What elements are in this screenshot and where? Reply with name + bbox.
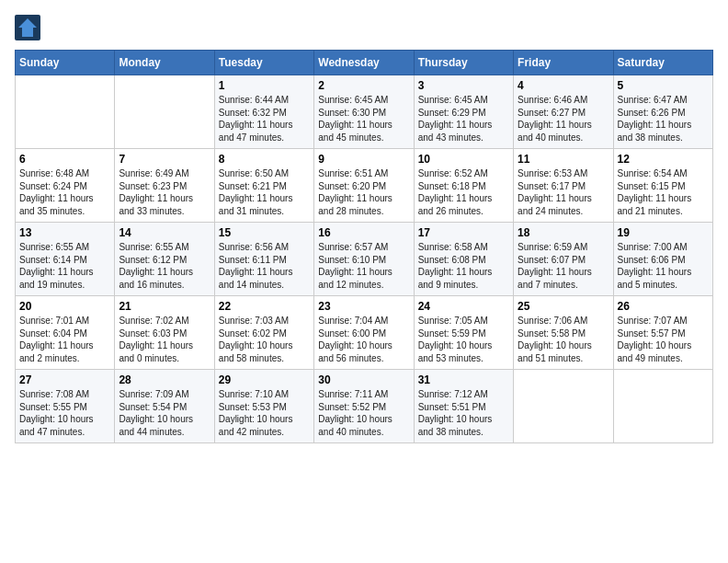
calendar-cell: 27Sunrise: 7:08 AM Sunset: 5:55 PM Dayli… xyxy=(16,370,115,443)
week-row: 13Sunrise: 6:55 AM Sunset: 6:14 PM Dayli… xyxy=(16,223,713,296)
day-info: Sunrise: 7:01 AM Sunset: 6:04 PM Dayligh… xyxy=(19,315,110,364)
calendar-cell: 12Sunrise: 6:54 AM Sunset: 6:15 PM Dayli… xyxy=(613,149,712,223)
day-number: 8 xyxy=(219,153,310,166)
day-info: Sunrise: 6:50 AM Sunset: 6:21 PM Dayligh… xyxy=(219,167,310,217)
day-number: 29 xyxy=(219,373,310,386)
calendar-cell: 5Sunrise: 6:47 AM Sunset: 6:26 PM Daylig… xyxy=(613,75,712,149)
day-info: Sunrise: 7:02 AM Sunset: 6:03 PM Dayligh… xyxy=(119,315,210,364)
calendar-cell: 9Sunrise: 6:51 AM Sunset: 6:20 PM Daylig… xyxy=(314,149,414,223)
day-info: Sunrise: 6:55 AM Sunset: 6:12 PM Dayligh… xyxy=(119,241,210,291)
day-number: 21 xyxy=(119,300,210,313)
header-cell-tuesday: Tuesday xyxy=(214,51,313,75)
calendar-cell: 14Sunrise: 6:55 AM Sunset: 6:12 PM Dayli… xyxy=(115,223,214,296)
calendar-cell: 25Sunrise: 7:06 AM Sunset: 5:58 PM Dayli… xyxy=(514,296,613,370)
day-number: 22 xyxy=(219,300,310,313)
header-cell-wednesday: Wednesday xyxy=(314,51,414,75)
calendar-cell xyxy=(514,370,613,443)
day-info: Sunrise: 7:11 AM Sunset: 5:52 PM Dayligh… xyxy=(318,388,409,438)
day-number: 9 xyxy=(318,153,409,166)
header-row: SundayMondayTuesdayWednesdayThursdayFrid… xyxy=(16,51,713,75)
day-info: Sunrise: 6:47 AM Sunset: 6:26 PM Dayligh… xyxy=(618,94,709,144)
day-number: 13 xyxy=(19,226,110,239)
calendar-cell: 10Sunrise: 6:52 AM Sunset: 6:18 PM Dayli… xyxy=(414,149,513,223)
calendar-cell: 19Sunrise: 7:00 AM Sunset: 6:06 PM Dayli… xyxy=(613,223,712,296)
header-cell-friday: Friday xyxy=(514,51,613,75)
calendar-cell: 20Sunrise: 7:01 AM Sunset: 6:04 PM Dayli… xyxy=(16,296,115,370)
day-info: Sunrise: 6:59 AM Sunset: 6:07 PM Dayligh… xyxy=(518,241,609,291)
calendar-cell: 21Sunrise: 7:02 AM Sunset: 6:03 PM Dayli… xyxy=(115,296,214,370)
day-info: Sunrise: 6:57 AM Sunset: 6:10 PM Dayligh… xyxy=(318,241,409,291)
calendar-cell: 6Sunrise: 6:48 AM Sunset: 6:24 PM Daylig… xyxy=(16,149,115,223)
day-info: Sunrise: 7:12 AM Sunset: 5:51 PM Dayligh… xyxy=(418,388,509,438)
day-number: 6 xyxy=(19,153,110,166)
day-info: Sunrise: 6:48 AM Sunset: 6:24 PM Dayligh… xyxy=(19,167,110,217)
week-row: 20Sunrise: 7:01 AM Sunset: 6:04 PM Dayli… xyxy=(16,296,713,370)
calendar-cell: 11Sunrise: 6:53 AM Sunset: 6:17 PM Dayli… xyxy=(514,149,613,223)
header-cell-monday: Monday xyxy=(115,51,214,75)
week-row: 1Sunrise: 6:44 AM Sunset: 6:32 PM Daylig… xyxy=(16,75,713,149)
calendar-body: 1Sunrise: 6:44 AM Sunset: 6:32 PM Daylig… xyxy=(16,75,713,443)
logo xyxy=(15,15,44,40)
day-info: Sunrise: 6:46 AM Sunset: 6:27 PM Dayligh… xyxy=(518,94,609,144)
day-number: 4 xyxy=(518,79,609,92)
day-number: 2 xyxy=(318,79,409,92)
day-info: Sunrise: 6:45 AM Sunset: 6:29 PM Dayligh… xyxy=(418,94,509,144)
day-info: Sunrise: 6:55 AM Sunset: 6:14 PM Dayligh… xyxy=(19,241,110,291)
day-info: Sunrise: 7:10 AM Sunset: 5:53 PM Dayligh… xyxy=(219,388,310,438)
day-number: 3 xyxy=(418,79,509,92)
day-number: 16 xyxy=(318,226,409,239)
day-info: Sunrise: 7:00 AM Sunset: 6:06 PM Dayligh… xyxy=(618,241,709,291)
day-number: 18 xyxy=(518,226,609,239)
day-info: Sunrise: 6:49 AM Sunset: 6:23 PM Dayligh… xyxy=(119,167,210,217)
day-info: Sunrise: 6:51 AM Sunset: 6:20 PM Dayligh… xyxy=(318,167,409,217)
day-number: 17 xyxy=(418,226,509,239)
calendar-cell: 31Sunrise: 7:12 AM Sunset: 5:51 PM Dayli… xyxy=(414,370,513,443)
day-info: Sunrise: 7:08 AM Sunset: 5:55 PM Dayligh… xyxy=(19,388,110,438)
calendar-cell: 4Sunrise: 6:46 AM Sunset: 6:27 PM Daylig… xyxy=(514,75,613,149)
day-number: 15 xyxy=(219,226,310,239)
calendar-cell: 22Sunrise: 7:03 AM Sunset: 6:02 PM Dayli… xyxy=(214,296,313,370)
day-number: 28 xyxy=(119,373,210,386)
calendar-cell xyxy=(16,75,115,149)
day-number: 24 xyxy=(418,300,509,313)
calendar-cell: 3Sunrise: 6:45 AM Sunset: 6:29 PM Daylig… xyxy=(414,75,513,149)
calendar-cell: 23Sunrise: 7:04 AM Sunset: 6:00 PM Dayli… xyxy=(314,296,414,370)
day-info: Sunrise: 6:45 AM Sunset: 6:30 PM Dayligh… xyxy=(318,94,409,144)
day-info: Sunrise: 6:52 AM Sunset: 6:18 PM Dayligh… xyxy=(418,167,509,217)
day-info: Sunrise: 6:58 AM Sunset: 6:08 PM Dayligh… xyxy=(418,241,509,291)
calendar-cell: 26Sunrise: 7:07 AM Sunset: 5:57 PM Dayli… xyxy=(613,296,712,370)
day-info: Sunrise: 7:03 AM Sunset: 6:02 PM Dayligh… xyxy=(219,315,310,364)
calendar-cell: 17Sunrise: 6:58 AM Sunset: 6:08 PM Dayli… xyxy=(414,223,513,296)
day-number: 27 xyxy=(19,373,110,386)
day-info: Sunrise: 6:54 AM Sunset: 6:15 PM Dayligh… xyxy=(618,167,709,217)
day-info: Sunrise: 7:05 AM Sunset: 5:59 PM Dayligh… xyxy=(418,315,509,364)
day-info: Sunrise: 7:07 AM Sunset: 5:57 PM Dayligh… xyxy=(618,315,709,364)
day-number: 1 xyxy=(219,79,310,92)
header-cell-thursday: Thursday xyxy=(414,51,513,75)
day-number: 10 xyxy=(418,153,509,166)
calendar-table: SundayMondayTuesdayWednesdayThursdayFrid… xyxy=(15,50,713,443)
day-number: 14 xyxy=(119,226,210,239)
header-cell-saturday: Saturday xyxy=(613,51,712,75)
calendar-cell: 30Sunrise: 7:11 AM Sunset: 5:52 PM Dayli… xyxy=(314,370,414,443)
day-number: 23 xyxy=(318,300,409,313)
calendar-cell: 15Sunrise: 6:56 AM Sunset: 6:11 PM Dayli… xyxy=(214,223,313,296)
day-number: 19 xyxy=(618,226,709,239)
day-number: 7 xyxy=(119,153,210,166)
calendar-cell: 18Sunrise: 6:59 AM Sunset: 6:07 PM Dayli… xyxy=(514,223,613,296)
calendar-cell: 24Sunrise: 7:05 AM Sunset: 5:59 PM Dayli… xyxy=(414,296,513,370)
day-number: 20 xyxy=(19,300,110,313)
calendar-cell: 7Sunrise: 6:49 AM Sunset: 6:23 PM Daylig… xyxy=(115,149,214,223)
calendar-cell: 8Sunrise: 6:50 AM Sunset: 6:21 PM Daylig… xyxy=(214,149,313,223)
day-number: 30 xyxy=(318,373,409,386)
day-info: Sunrise: 7:09 AM Sunset: 5:54 PM Dayligh… xyxy=(119,388,210,438)
calendar-cell: 1Sunrise: 6:44 AM Sunset: 6:32 PM Daylig… xyxy=(214,75,313,149)
header-cell-sunday: Sunday xyxy=(16,51,115,75)
calendar-cell: 28Sunrise: 7:09 AM Sunset: 5:54 PM Dayli… xyxy=(115,370,214,443)
day-info: Sunrise: 6:44 AM Sunset: 6:32 PM Dayligh… xyxy=(219,94,310,144)
day-number: 12 xyxy=(618,153,709,166)
day-number: 5 xyxy=(618,79,709,92)
day-number: 25 xyxy=(518,300,609,313)
day-number: 31 xyxy=(418,373,509,386)
week-row: 6Sunrise: 6:48 AM Sunset: 6:24 PM Daylig… xyxy=(16,149,713,223)
